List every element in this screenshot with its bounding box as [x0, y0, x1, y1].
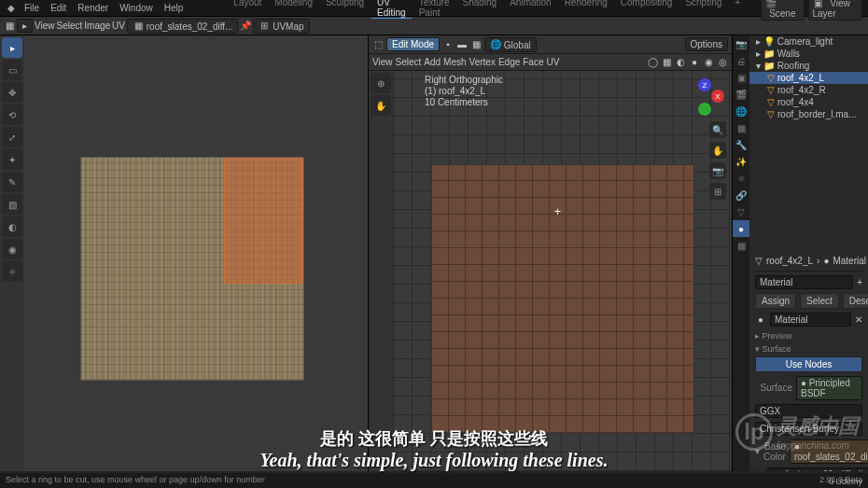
tab-rendering[interactable]: Rendering	[559, 0, 613, 19]
axis-z[interactable]: Z	[698, 78, 711, 91]
ptab-mesh[interactable]: ▽	[733, 203, 749, 220]
tab-uvediting[interactable]: UV Editing	[371, 0, 412, 19]
assign-button[interactable]: Assign	[755, 293, 796, 309]
ptab-scene[interactable]: 🎬	[733, 86, 749, 103]
cursor-tool[interactable]: ▸	[2, 37, 22, 58]
3d-menu-uv[interactable]: UV	[547, 57, 560, 67]
3d-hand-tool[interactable]: ✋	[371, 95, 391, 116]
ptab-material[interactable]: ●	[733, 220, 749, 237]
outliner-item-roofing[interactable]: ▾ 📁 Roofing	[749, 60, 868, 72]
menu-render[interactable]: Render	[74, 2, 112, 14]
3d-menu-edge[interactable]: Edge	[498, 57, 520, 67]
surface-shader[interactable]: ● Principled BSDF	[796, 376, 862, 400]
scene-selector[interactable]: 🎬 Scene	[761, 0, 804, 21]
basecolor-tex[interactable]: ● roof_slates_02_diff_4k...	[790, 439, 868, 464]
overlay-icon[interactable]: ◯	[647, 57, 658, 68]
uv-mode[interactable]: ▸	[17, 19, 33, 33]
menu-help[interactable]: Help	[161, 2, 188, 14]
ptab-constraint[interactable]: 🔗	[733, 187, 749, 203]
pan-icon[interactable]: ✋	[709, 142, 726, 159]
3d-viewport[interactable]: Right Orthographic (1) roof_4x2_L 10 Cen…	[393, 71, 732, 471]
shading-solid-icon[interactable]: ●	[689, 57, 700, 68]
3d-menu-add[interactable]: Add	[424, 57, 441, 67]
axis-x[interactable]: X	[711, 90, 724, 103]
tex-path[interactable]: roof_slates_02_diff_4k.p...	[767, 467, 868, 472]
material-slot[interactable]: Material	[755, 275, 853, 289]
3d-cursor-tool[interactable]: ⊕	[371, 73, 391, 93]
uv-menu-uv[interactable]: UV	[112, 21, 125, 31]
ptab-physics[interactable]: ⚛	[733, 170, 749, 187]
menu-edit[interactable]: Edit	[47, 2, 70, 14]
camera-icon[interactable]: 📷	[709, 162, 726, 179]
editor-3d-icon[interactable]: ⬚	[372, 39, 384, 50]
select-button[interactable]: Select	[800, 293, 839, 309]
vert-select-icon[interactable]: ▪	[442, 39, 454, 50]
pin-icon[interactable]: 📌	[240, 21, 251, 32]
3d-menu-vertex[interactable]: Vertex	[469, 57, 496, 67]
ptab-object[interactable]: ▦	[733, 119, 749, 136]
uv-menu-select[interactable]: Select	[57, 21, 83, 31]
menu-file[interactable]: File	[21, 2, 43, 14]
outliner-item-roofborder[interactable]: ▽ roof_border_l.ma...	[749, 108, 868, 120]
ptab-world[interactable]: 🌐	[733, 103, 749, 119]
outliner-item-roof4x2l[interactable]: ▽ roof_4x2_L	[749, 72, 868, 84]
3d-menu-select[interactable]: Select	[396, 57, 422, 67]
mode-selector[interactable]: Edit Mode	[386, 37, 440, 51]
viewlayer-selector[interactable]: ▣ View Layer	[808, 0, 863, 21]
shading-wire-icon[interactable]: ◐	[675, 57, 686, 68]
outliner-item-camera[interactable]: ▸ 💡 Camera_light	[749, 35, 868, 48]
outliner-item-walls[interactable]: ▸ 📁 Walls	[749, 48, 868, 60]
use-nodes-button[interactable]: Use Nodes	[755, 356, 862, 372]
preview-section[interactable]: ▸ Preview	[755, 328, 862, 342]
new-mat[interactable]: ✕	[855, 314, 862, 325]
rotate-tool[interactable]: ⟲	[2, 105, 22, 125]
tab-scripting[interactable]: Scripting	[679, 0, 727, 19]
shading-matcap-icon[interactable]: ◉	[703, 57, 714, 68]
pinch-tool[interactable]: ✧	[2, 261, 22, 282]
ptab-modifier[interactable]: 🔧	[733, 136, 749, 153]
axis-y[interactable]	[698, 103, 711, 116]
tab-sculpting[interactable]: Sculpting	[320, 0, 370, 19]
3d-menu-face[interactable]: Face	[523, 57, 543, 67]
transform-tool[interactable]: ✦	[2, 149, 22, 170]
persp-icon[interactable]: ⊞	[709, 183, 726, 200]
uv-menu-image[interactable]: Image	[84, 21, 110, 31]
ptab-texture[interactable]: ▦	[733, 237, 749, 254]
uv-viewport[interactable]	[24, 35, 368, 471]
ptab-viewlayer[interactable]: ▣	[733, 69, 749, 86]
surface-section[interactable]: ▾ Surface	[755, 342, 862, 355]
annotate-tool[interactable]: ✎	[2, 172, 22, 192]
face-select-icon[interactable]: ▦	[470, 39, 482, 50]
axis-gizmo[interactable]: X Z	[687, 78, 724, 116]
ggx-dropdown[interactable]: GGX	[755, 404, 862, 418]
3d-menu-view[interactable]: View	[372, 57, 393, 67]
tab-modeling[interactable]: Modeling	[269, 0, 318, 19]
uv-menu-view[interactable]: View	[35, 21, 55, 31]
tab-shading[interactable]: Shading	[456, 0, 502, 19]
move-tool[interactable]: ✥	[2, 82, 22, 103]
image-selector[interactable]: ▦ roof_slates_02_diff...	[127, 19, 238, 34]
edge-select-icon[interactable]: ▬	[456, 39, 468, 50]
ptab-output[interactable]: 🖨	[733, 52, 749, 69]
deselect-button[interactable]: Deselect	[843, 293, 868, 309]
tab-animation[interactable]: Animation	[504, 0, 556, 19]
shading-render-icon[interactable]: ◎	[717, 57, 728, 68]
material-name[interactable]: Material	[770, 313, 851, 327]
menu-window[interactable]: Window	[116, 2, 157, 14]
tab-layout[interactable]: Layout	[228, 0, 267, 19]
select-box-tool[interactable]: ▭	[2, 60, 22, 80]
editor-type-icon[interactable]: ▦	[4, 21, 15, 32]
grab-tool[interactable]: ◉	[2, 239, 22, 259]
scale-tool[interactable]: ⤢	[2, 127, 22, 147]
add-slot[interactable]: +	[857, 277, 862, 287]
xray-icon[interactable]: ▦	[661, 57, 672, 68]
tab-texturepaint[interactable]: Texture Paint	[413, 0, 455, 19]
ptab-render[interactable]: 📷	[733, 35, 749, 52]
uvmap-selector[interactable]: ⊞ UVMap	[253, 19, 309, 34]
options-dropdown[interactable]: Options	[685, 37, 728, 51]
burley-dropdown[interactable]: Christensen-Burley	[755, 422, 862, 436]
zoom-icon[interactable]: 🔍	[709, 121, 726, 138]
3d-menu-mesh[interactable]: Mesh	[443, 57, 466, 67]
ptab-particle[interactable]: ✨	[733, 153, 749, 170]
tab-compositing[interactable]: Compositing	[615, 0, 679, 19]
